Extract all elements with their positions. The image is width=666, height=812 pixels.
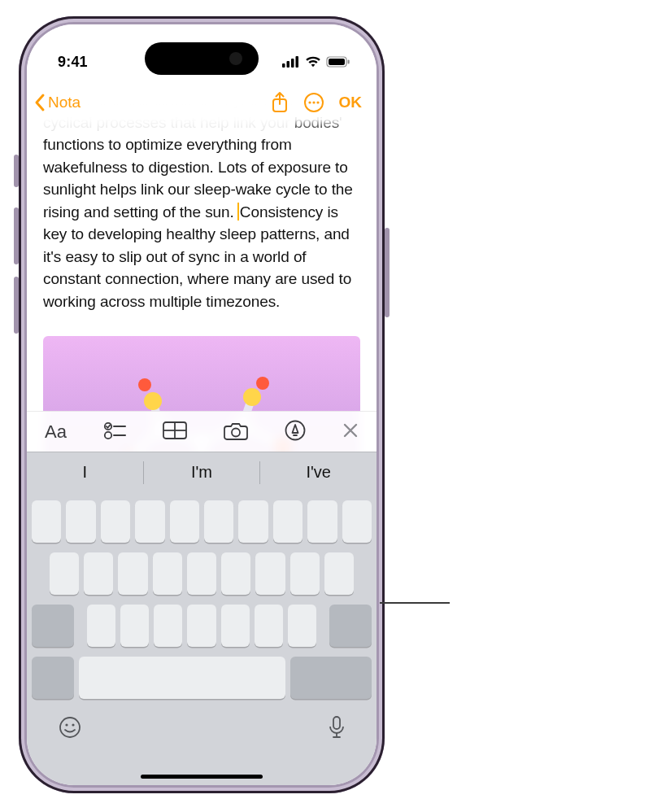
- side-button-volume-down: [14, 277, 19, 334]
- key[interactable]: [307, 500, 337, 543]
- table-icon: [163, 421, 187, 439]
- svg-rect-3: [296, 56, 299, 68]
- key[interactable]: [187, 552, 216, 595]
- svg-point-35: [285, 421, 304, 439]
- key[interactable]: [290, 552, 320, 595]
- checklist-button[interactable]: [103, 421, 126, 443]
- done-button[interactable]: OK: [339, 94, 363, 111]
- key[interactable]: [221, 605, 250, 647]
- keyboard[interactable]: [27, 492, 377, 785]
- side-button-volume-up: [14, 207, 19, 264]
- key[interactable]: [288, 605, 316, 647]
- key[interactable]: [204, 500, 233, 543]
- svg-rect-6: [348, 60, 350, 64]
- key[interactable]: [255, 552, 285, 595]
- svg-point-23: [256, 377, 269, 390]
- notes-toolbar: Aa: [27, 411, 377, 452]
- key[interactable]: [135, 500, 164, 543]
- chevron-left-icon: [33, 93, 46, 112]
- key[interactable]: [120, 605, 149, 647]
- text-cursor: [237, 203, 239, 220]
- svg-rect-1: [287, 61, 290, 68]
- nav-bar: Nota OK: [27, 81, 377, 124]
- key[interactable]: [154, 605, 182, 647]
- key[interactable]: [87, 605, 115, 647]
- table-button[interactable]: [163, 421, 187, 443]
- delete-key[interactable]: [329, 605, 372, 647]
- svg-point-28: [105, 431, 111, 438]
- svg-point-9: [308, 101, 311, 103]
- status-time: 9:41: [58, 54, 88, 71]
- key[interactable]: [84, 552, 113, 595]
- key[interactable]: [342, 500, 372, 543]
- svg-point-10: [312, 101, 315, 103]
- svg-point-19: [243, 388, 261, 406]
- callout-line: [380, 602, 450, 604]
- key[interactable]: [324, 552, 354, 595]
- status-icons: [282, 56, 350, 68]
- share-icon: [271, 91, 289, 114]
- key[interactable]: [273, 500, 303, 543]
- suggestion-3[interactable]: I've: [260, 453, 377, 491]
- emoji-icon: [58, 715, 82, 740]
- more-button[interactable]: [303, 92, 324, 113]
- key[interactable]: [221, 552, 250, 595]
- key[interactable]: [66, 500, 95, 543]
- emoji-button[interactable]: [58, 715, 82, 743]
- svg-point-38: [72, 723, 74, 726]
- svg-point-22: [138, 378, 151, 391]
- ellipsis-circle-icon: [303, 92, 324, 113]
- cellular-icon: [282, 56, 300, 68]
- side-button-power: [385, 228, 390, 317]
- side-button-silence: [14, 155, 19, 187]
- svg-rect-5: [329, 59, 345, 65]
- wifi-icon: [305, 56, 321, 68]
- svg-point-36: [60, 718, 80, 737]
- camera-icon: [224, 421, 248, 440]
- key[interactable]: [187, 605, 215, 647]
- suggestion-2[interactable]: I'm: [144, 453, 260, 491]
- back-label: Nota: [48, 94, 81, 111]
- dictation-button[interactable]: [328, 715, 346, 743]
- close-toolbar-button[interactable]: [342, 422, 359, 442]
- key[interactable]: [238, 500, 268, 543]
- key[interactable]: [153, 552, 182, 595]
- share-button[interactable]: [271, 91, 289, 114]
- svg-rect-39: [333, 717, 340, 729]
- mic-icon: [328, 715, 346, 740]
- space-key[interactable]: [79, 657, 285, 699]
- markup-icon: [285, 420, 306, 441]
- battery-icon: [326, 56, 350, 68]
- key[interactable]: [118, 552, 147, 595]
- key[interactable]: [255, 605, 283, 647]
- back-button[interactable]: Nota: [33, 93, 81, 112]
- key[interactable]: [170, 500, 199, 543]
- svg-point-18: [144, 392, 162, 410]
- shift-key[interactable]: [32, 605, 74, 647]
- svg-rect-0: [282, 63, 285, 68]
- svg-rect-2: [291, 59, 294, 68]
- key[interactable]: [50, 552, 79, 595]
- suggestion-bar: I I'm I've: [27, 452, 377, 492]
- svg-point-34: [232, 428, 240, 436]
- key[interactable]: [101, 500, 130, 543]
- return-key[interactable]: [290, 657, 372, 699]
- close-icon: [342, 422, 359, 439]
- svg-point-37: [65, 723, 67, 726]
- checklist-icon: [103, 421, 126, 440]
- svg-point-11: [316, 101, 319, 103]
- home-indicator[interactable]: [141, 775, 263, 779]
- suggestion-1[interactable]: I: [27, 453, 143, 491]
- dynamic-island: [145, 42, 259, 75]
- camera-button[interactable]: [224, 421, 248, 443]
- markup-button[interactable]: [285, 420, 306, 444]
- screen: 9:41: [27, 24, 377, 785]
- numbers-key[interactable]: [32, 657, 74, 699]
- key[interactable]: [32, 500, 61, 543]
- format-button[interactable]: Aa: [45, 421, 67, 443]
- iphone-frame: 9:41: [19, 16, 385, 793]
